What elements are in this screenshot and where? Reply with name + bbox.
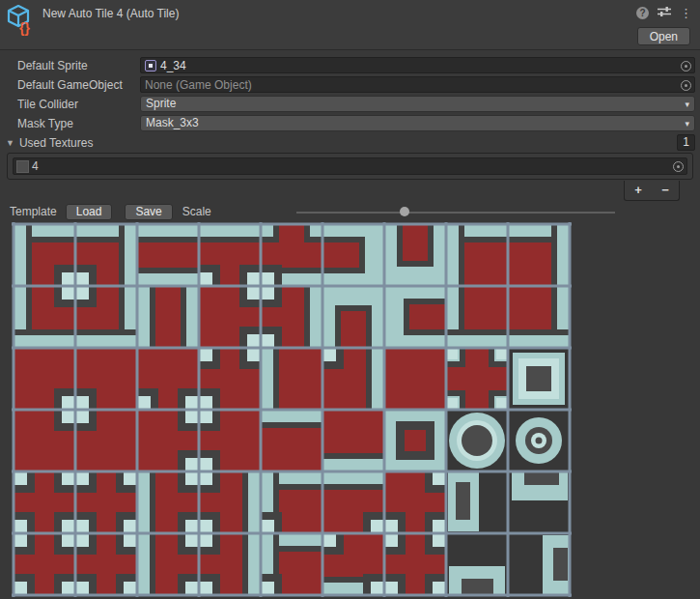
chevron-down-icon: ▾ <box>685 117 689 131</box>
slider-track[interactable] <box>296 212 615 214</box>
inspector-header: {} New Auto Tile 4 (Auto Tile) ? ⋮ Open <box>0 0 700 50</box>
field-label: Default GameObject <box>17 78 140 92</box>
array-size-field[interactable]: 1 <box>677 134 695 151</box>
svg-text:{}: {} <box>19 20 30 36</box>
open-button[interactable]: Open <box>637 27 690 45</box>
load-button[interactable]: Load <box>66 204 113 220</box>
object-picker-icon[interactable] <box>681 61 691 71</box>
field-row-tile-collider: Tile Collider Sprite ▾ <box>17 96 695 112</box>
field-row-default-gameobject: Default GameObject None (Game Object) <box>17 76 695 93</box>
field-value: 4_34 <box>160 59 186 72</box>
tile-collider-dropdown[interactable]: Sprite ▾ <box>140 96 695 112</box>
default-sprite-field[interactable]: 4_34 <box>140 57 695 73</box>
field-row-default-sprite: Default Sprite 4_34 <box>17 57 695 73</box>
list-footer: + − <box>0 181 680 201</box>
field-label: Default Sprite <box>17 59 140 72</box>
slider-thumb[interactable] <box>400 207 409 216</box>
save-button[interactable]: Save <box>125 204 172 220</box>
kebab-menu-icon[interactable]: ⋮ <box>680 7 692 19</box>
used-textures-list: 4 <box>7 153 693 180</box>
inspector-body: Default Sprite 4_34 Default GameObject N… <box>0 50 700 597</box>
scale-label: Scale <box>182 205 211 218</box>
remove-button[interactable]: − <box>652 182 679 199</box>
dropdown-value: Mask_3x3 <box>146 116 199 129</box>
object-picker-icon[interactable] <box>681 80 691 91</box>
header-icon-group: ? ⋮ <box>636 6 692 20</box>
add-button[interactable]: + <box>625 182 652 199</box>
default-gameobject-field[interactable]: None (Game Object) <box>140 76 695 93</box>
scriptable-object-icon: {} <box>5 3 36 39</box>
texture-name: 4 <box>32 159 39 173</box>
template-toolbar: Template Load Save Scale <box>10 203 700 220</box>
sprite-icon <box>145 60 156 71</box>
page-title: New Auto Tile 4 (Auto Tile) <box>42 7 179 20</box>
texture-thumbnail <box>16 160 29 173</box>
tile-grid-svg <box>12 222 572 597</box>
field-label: Tile Collider <box>17 98 140 111</box>
used-textures-label: Used Textures <box>19 136 93 150</box>
mask-type-dropdown[interactable]: Mask_3x3 ▾ <box>140 115 695 131</box>
help-icon[interactable]: ? <box>636 7 649 19</box>
foldout-triangle-icon[interactable]: ▼ <box>6 138 14 148</box>
object-picker-icon[interactable] <box>673 161 684 172</box>
field-label: Mask Type <box>17 117 140 130</box>
tile-template-preview[interactable] <box>12 222 572 597</box>
add-remove-box: + − <box>624 181 680 201</box>
chevron-down-icon: ▾ <box>685 98 689 112</box>
scale-slider[interactable] <box>296 204 615 219</box>
presets-icon[interactable] <box>658 6 671 20</box>
texture-item-field[interactable]: 4 <box>13 157 687 175</box>
dropdown-value: Sprite <box>146 97 176 110</box>
used-textures-foldout[interactable]: ▼ Used Textures 1 <box>6 134 695 151</box>
field-value: None (Game Object) <box>145 78 252 92</box>
field-row-mask-type: Mask Type Mask_3x3 ▾ <box>17 115 695 131</box>
template-label: Template <box>10 205 57 218</box>
